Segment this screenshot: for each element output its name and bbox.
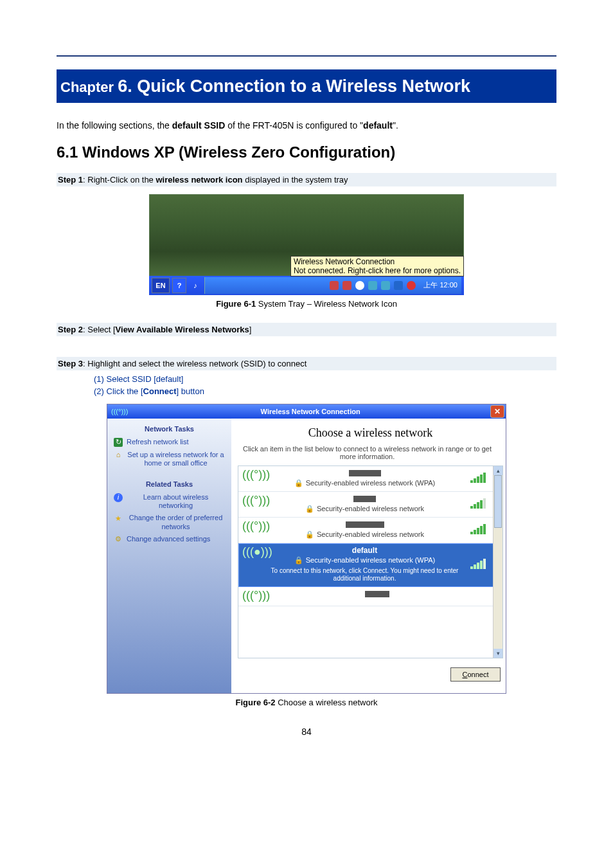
tray-icon[interactable] [342, 281, 351, 290]
wireless-tooltip: Wireless Network Connection Not connecte… [290, 256, 464, 276]
tray-icon[interactable] [381, 281, 390, 290]
order-label: Change the order of preferred networks [127, 514, 225, 530]
header-rule [57, 55, 556, 57]
learn-wireless-link[interactable]: i Learn about wireless networking [114, 493, 225, 510]
signal-icon: (((°))) [242, 494, 259, 507]
refresh-icon: ↻ [114, 438, 123, 447]
window-title: Wireless Network Connection [130, 408, 490, 415]
signal-bars-icon [470, 473, 490, 483]
ssid-label [264, 520, 465, 529]
lock-icon: 🔒 [294, 479, 303, 487]
caption2-label: Figure 6-2 [235, 698, 275, 707]
substep-2a: (2) Click the [ [94, 386, 143, 396]
intro-t3: ". [393, 120, 398, 131]
star-icon: ★ [114, 514, 123, 523]
help-icon[interactable]: ? [172, 278, 186, 293]
wireless-icon: (((°))) [111, 408, 128, 415]
network-tasks-heading: Network Tasks [114, 425, 225, 433]
step2-label: Step 2 [58, 325, 83, 334]
scroll-thumb[interactable] [494, 475, 502, 528]
refresh-network-list-link[interactable]: ↻ Refresh network list [114, 438, 225, 447]
page-number: 84 [57, 727, 556, 737]
ssid-label [264, 590, 490, 599]
related-tasks-heading: Related Tasks [114, 480, 225, 488]
ssid-label [264, 469, 465, 478]
choose-network-subtitle: Click an item in the list below to conne… [238, 445, 503, 460]
gear-icon: ⚙ [114, 535, 123, 544]
network-list: (((°))) 🔒Security-enabled wireless netwo… [238, 466, 503, 658]
signal-icon: (((°))) [242, 469, 259, 482]
tray-icon[interactable] [330, 281, 339, 290]
intro-t2: of the FRT-405N is configured to " [225, 120, 363, 131]
scroll-track[interactable] [493, 475, 502, 649]
caption1-label: Figure 6-1 [216, 299, 256, 309]
taskbar: EN ? ♪ 上午 12:00 [149, 276, 464, 295]
step2-t2: ] [249, 325, 252, 334]
figure-6-1-caption: Figure 6-1 System Tray – Wireless Networ… [57, 299, 556, 309]
lock-icon: 🔒 [305, 530, 314, 538]
signal-icon: (((●))) [242, 546, 259, 559]
figure-6-1: Wireless Network Connection Not connecte… [149, 194, 464, 295]
network-item[interactable]: (((°))) 🔒Security-enabled wireless netwo… [238, 466, 493, 492]
step3-label: Step 3 [58, 359, 83, 368]
connect-button-label: onnect [467, 671, 488, 678]
tray-icon[interactable] [355, 281, 364, 290]
network-item[interactable]: (((°))) 🔒Security-enabled wireless netwo… [238, 492, 493, 518]
connect-note: To connect to this network, click Connec… [264, 567, 465, 583]
change-order-link[interactable]: ★ Change the order of preferred networks [114, 514, 225, 530]
language-indicator[interactable]: EN [152, 278, 170, 293]
connect-button[interactable]: Connect [450, 667, 501, 682]
network-item-selected[interactable]: (((●))) default 🔒Security-enabled wirele… [238, 543, 493, 587]
ssid-label: default [264, 546, 465, 555]
figure-6-2: (((°))) Wireless Network Connection ✕ Ne… [107, 404, 506, 694]
step3-bar: Step 3: Highlight and select the wireles… [57, 357, 556, 370]
close-button[interactable]: ✕ [490, 405, 504, 418]
chapter-heading: Chapter 6. Quick Connection to a Wireles… [57, 69, 556, 103]
player-icon[interactable]: ♪ [189, 278, 202, 293]
scroll-up-button[interactable]: ▴ [493, 466, 502, 475]
desktop-background: Wireless Network Connection Not connecte… [149, 194, 464, 276]
setup-wireless-network-link[interactable]: ⌂ Set up a wireless network for a home o… [114, 451, 225, 467]
scroll-down-button[interactable]: ▾ [493, 649, 502, 658]
security-label: 🔒Security-enabled wireless network (WPA) [264, 556, 465, 565]
chapter-prefix: Chapter [60, 79, 118, 95]
tooltip-line2: Not connected. Right-click here for more… [294, 266, 461, 275]
network-item[interactable]: (((°))) [238, 587, 493, 607]
intro-b1: default SSID [172, 120, 225, 131]
security-label: 🔒Security-enabled wireless network (WPA) [264, 479, 465, 487]
signal-bars-icon [470, 498, 490, 509]
tooltip-line1: Wireless Network Connection [294, 257, 461, 266]
network-list-pane: Choose a wireless network Click an item … [231, 419, 506, 693]
step2-b2: View Available Wireless Networks [116, 325, 249, 334]
info-icon: i [114, 493, 123, 502]
security-label: 🔒Security-enabled wireless network [264, 505, 465, 513]
signal-bars-icon [470, 559, 490, 569]
step1-t2: displayed in the system tray [243, 175, 348, 185]
ssid-label [264, 494, 465, 503]
signal-icon: (((°))) [242, 520, 259, 533]
scrollbar[interactable]: ▴ ▾ [493, 466, 502, 658]
chapter-title: 6. Quick Connection to a Wireless Networ… [118, 77, 470, 96]
signal-icon: (((°))) [242, 590, 259, 602]
tray-icon[interactable] [407, 281, 416, 290]
refresh-label: Refresh network list [127, 438, 189, 446]
task-pane: Network Tasks ↻ Refresh network list ⌂ S… [107, 419, 231, 693]
step1-bar: Step 1: Right-Click on the wireless netw… [57, 173, 556, 186]
tray-icon[interactable] [394, 281, 403, 290]
adv-label: Change advanced settings [127, 535, 210, 543]
network-item[interactable]: (((°))) 🔒Security-enabled wireless netwo… [238, 518, 493, 543]
learn-label: Learn about wireless networking [127, 493, 225, 510]
change-advanced-link[interactable]: ⚙ Change advanced settings [114, 535, 225, 544]
choose-network-title: Choose a wireless network [238, 426, 503, 440]
step3-substeps: (1) Select SSID [default] (2) Click the … [94, 374, 556, 396]
caption1-text: System Tray – Wireless Network Icon [256, 299, 397, 309]
signal-bars-icon [470, 524, 490, 534]
intro-t1: In the following sections, the [57, 120, 172, 131]
intro-b2: default [363, 120, 393, 131]
setup-icon: ⌂ [114, 451, 123, 460]
lock-icon: 🔒 [305, 505, 314, 512]
taskbar-clock: 上午 12:00 [423, 280, 458, 290]
setup-label: Set up a wireless network for a home or … [127, 451, 225, 467]
wireless-tray-icon[interactable] [368, 281, 377, 290]
intro-paragraph: In the following sections, the default S… [57, 120, 556, 131]
